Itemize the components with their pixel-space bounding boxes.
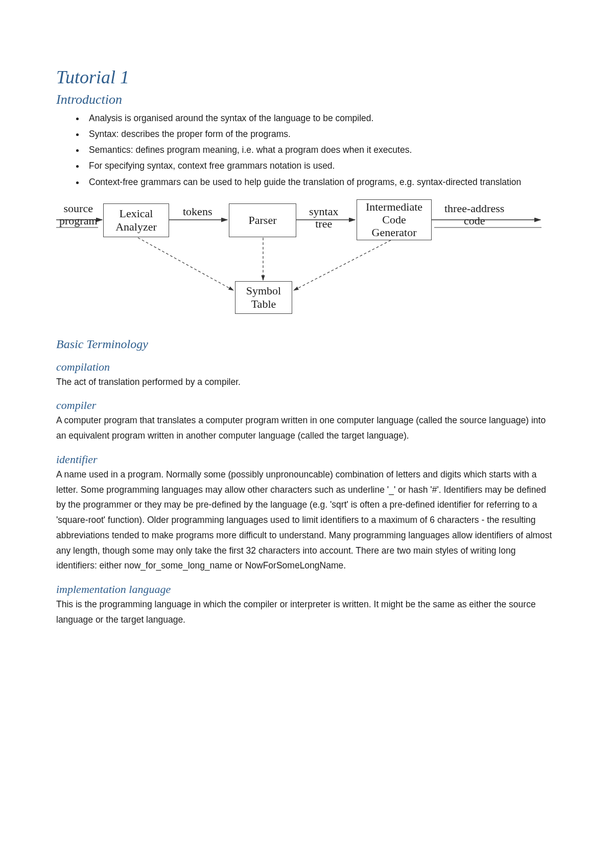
- text: Symbol: [246, 284, 281, 297]
- text: Intermediate: [366, 200, 422, 213]
- list-item: For specifying syntax, context free gram…: [85, 159, 557, 173]
- intro-bullet-list: Analysis is organised around the syntax …: [56, 111, 557, 189]
- section-introduction: Introduction: [56, 92, 557, 107]
- text: Table: [251, 298, 276, 310]
- list-item: Semantics: defines program meaning, i.e.…: [85, 143, 557, 157]
- diagram-box-parser: Parser: [229, 203, 296, 237]
- diagram-label-syntax-tree: syntax tree: [309, 205, 338, 230]
- diagram-label-three-address-code: three-address code: [444, 202, 504, 227]
- list-item: Analysis is organised around the syntax …: [85, 111, 557, 125]
- def-implementation-language: This is the programming language in whic…: [56, 597, 557, 628]
- text: program: [59, 214, 98, 227]
- term-compiler: compiler: [56, 399, 557, 412]
- list-item: Syntax: describes the proper form of the…: [85, 127, 557, 141]
- diagram-box-intermediate-code-generator: Intermediate Code Generator: [357, 199, 432, 240]
- diagram-label-tokens: tokens: [183, 205, 212, 218]
- text: Code: [382, 213, 406, 226]
- term-implementation-language: implementation language: [56, 583, 557, 596]
- text: code: [464, 214, 485, 227]
- def-compiler: A computer program that translates a com…: [56, 413, 557, 444]
- text: Analyzer: [115, 220, 157, 233]
- text: source: [64, 202, 93, 215]
- diagram-box-lexical-analyzer: Lexical Analyzer: [103, 203, 169, 237]
- text: three-address: [444, 202, 504, 215]
- text: syntax: [309, 205, 338, 218]
- term-compilation: compilation: [56, 360, 557, 374]
- text: tree: [315, 217, 332, 230]
- compiler-diagram: source program Lexical Analyzer tokens P…: [56, 199, 541, 322]
- section-basic-terminology: Basic Terminology: [56, 337, 557, 351]
- def-identifier: A name used in a program. Normally some …: [56, 467, 557, 574]
- svg-line-6: [294, 240, 391, 290]
- list-item: Context-free grammars can be used to hel…: [85, 175, 557, 189]
- page-title: Tutorial 1: [56, 66, 557, 88]
- page: Tutorial 1 Introduction Analysis is orga…: [0, 0, 613, 680]
- def-compilation: The act of translation performed by a co…: [56, 375, 557, 390]
- text: Parser: [249, 214, 277, 226]
- diagram-box-symbol-table: Symbol Table: [235, 281, 292, 314]
- diagram-label-source: source program: [59, 202, 98, 227]
- svg-line-4: [138, 238, 233, 290]
- text: Generator: [372, 226, 417, 239]
- term-identifier: identifier: [56, 453, 557, 466]
- text: Lexical: [120, 207, 153, 220]
